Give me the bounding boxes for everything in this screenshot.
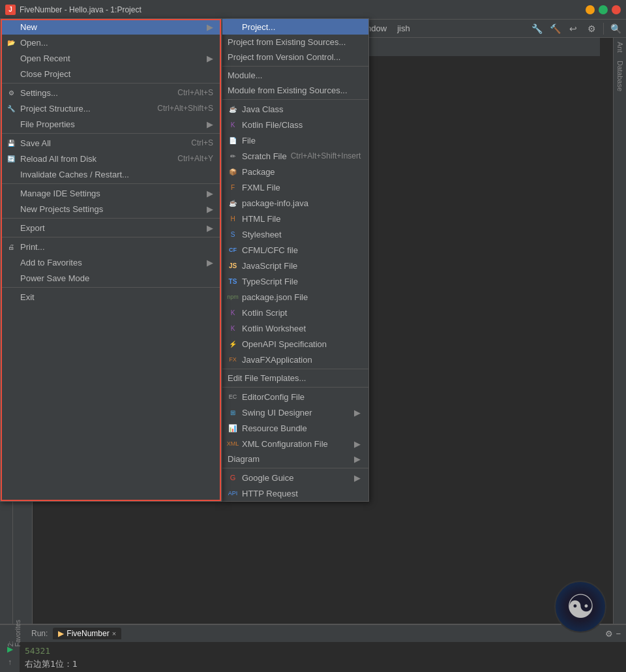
new-project-item[interactable]: Project...	[222, 19, 368, 35]
new-editorconfig[interactable]: EC EditorConfig File	[222, 389, 368, 405]
toolbar-icon-1[interactable]: 🔧	[529, 21, 544, 37]
new-module[interactable]: Module...	[222, 68, 368, 83]
gear-icon[interactable]: ⚙	[605, 629, 613, 639]
menu-help[interactable]: jish	[392, 22, 415, 35]
file-menu-export[interactable]: Export ▶	[1, 220, 221, 236]
new-cfml[interactable]: CF CFML/CFC file	[222, 242, 368, 258]
file-menu-project-structure[interactable]: 🔧 Project Structure... Ctrl+Alt+Shift+S	[1, 100, 221, 116]
output-line-2: 右边第1位：1	[25, 658, 621, 671]
database-tab[interactable]: Database	[615, 57, 625, 95]
javafx-label: JavaFXApplication	[242, 355, 312, 365]
export-arrow: ▶	[207, 223, 213, 233]
manage-ide-icon	[6, 188, 16, 198]
kotlin-class-icon: K	[228, 119, 238, 130]
title-bar: J FiveNumber - Hello.java - 1:Project	[0, 0, 626, 20]
file-menu-exit[interactable]: Exit	[1, 289, 221, 305]
save-shortcut: Ctrl+S	[191, 138, 213, 147]
new-pkg-info[interactable]: ☕ package-info.java	[222, 195, 368, 211]
edit-templates-label: Edit File Templates...	[228, 373, 306, 383]
new-edit-templates[interactable]: Edit File Templates...	[222, 371, 368, 386]
file-menu-reload[interactable]: 🔄 Reload All from Disk Ctrl+Alt+Y	[1, 151, 221, 166]
file-menu-favorites[interactable]: Add to Favorites ▶	[1, 254, 221, 270]
file-menu-print[interactable]: 🖨 Print...	[1, 239, 221, 254]
save-label: Save All	[20, 138, 51, 148]
scratch-shortcut: Ctrl+Alt+Shift+Insert	[291, 151, 361, 160]
new-fxml[interactable]: F FXML File	[222, 179, 368, 195]
new-html[interactable]: H HTML File	[222, 211, 368, 226]
file-menu-close[interactable]: Close Project	[1, 66, 221, 82]
file-menu-new[interactable]: New ▶	[1, 19, 221, 35]
file-menu-manage-ide[interactable]: Manage IDE Settings ▶	[1, 185, 221, 201]
new-kotlin-worksheet[interactable]: K Kotlin Worksheet	[222, 320, 368, 336]
minus-icon[interactable]: −	[616, 629, 621, 639]
new-google-guice[interactable]: G Google Guice ▶	[222, 470, 368, 485]
new-arrow: ▶	[207, 22, 213, 32]
openapi-label: OpenAPI Specification	[242, 339, 327, 349]
favorites-tab[interactable]: 2: Favorites	[5, 620, 23, 647]
pkg-info-icon: ☕	[228, 198, 238, 208]
new-stylesheet[interactable]: S Stylesheet	[222, 226, 368, 242]
toolbar-icon-4[interactable]: ⚙	[584, 21, 599, 37]
proj-struct-icon: 🔧	[6, 103, 16, 114]
bottom-content: ▶ ↑ ■ ↓ 📷 ⇄ ▼ ⬆ ↩ 🖨 🗑 54321 右边第1位：1 右边第2…	[0, 642, 626, 672]
file-menu-file-props[interactable]: File Properties ▶	[1, 116, 221, 132]
file-dropdown: New ▶ 📂 Open... Open Recent ▶ Close Proj…	[0, 18, 222, 502]
ts-icon: TS	[228, 276, 238, 286]
new-package-json[interactable]: npm package.json File	[222, 289, 368, 305]
file-menu-open[interactable]: 📂 Open...	[1, 35, 221, 50]
new-ts[interactable]: TS TypeScript File	[222, 273, 368, 289]
file-menu-save-all[interactable]: 💾 Save All Ctrl+S	[1, 135, 221, 151]
run-label: Run:	[29, 629, 50, 638]
npm-icon: npm	[228, 292, 238, 302]
new-js[interactable]: JS JavaScript File	[222, 258, 368, 273]
file-props-icon	[6, 119, 16, 129]
new-scratch[interactable]: ✏ Scratch File Ctrl+Alt+Shift+Insert	[222, 148, 368, 164]
close-button[interactable]	[612, 5, 621, 14]
new-file[interactable]: 📄 File	[222, 132, 368, 148]
maximize-button[interactable]	[599, 5, 608, 14]
new-openapi[interactable]: ⚡ OpenAPI Specification	[222, 336, 368, 352]
xml-config-icon: XML	[228, 438, 238, 449]
new-java-class[interactable]: ☕ Java Class	[222, 101, 368, 117]
html-label: HTML File	[242, 214, 280, 224]
toolbar-icon-5[interactable]: 🔍	[608, 21, 623, 37]
favorites-icon	[6, 257, 16, 267]
window-controls	[586, 5, 621, 14]
file-menu-power-save[interactable]: Power Save Mode	[1, 270, 221, 286]
swing-icon: ⊞	[228, 407, 238, 418]
file-menu-new-proj-settings[interactable]: New Projects Settings ▶	[1, 201, 221, 217]
ant-tab[interactable]: Ant	[615, 38, 625, 57]
new-package[interactable]: 📦 Package	[222, 164, 368, 179]
scratch-label: Scratch File	[242, 151, 287, 161]
new-xml-config[interactable]: XML XML Configuration File ▶	[222, 436, 368, 451]
new-module-existing[interactable]: Module from Existing Sources...	[222, 83, 368, 98]
guice-icon: G	[228, 472, 238, 483]
close-proj-icon	[6, 69, 16, 79]
new-proj-settings-label: New Projects Settings	[20, 204, 103, 214]
file-menu-settings[interactable]: ⚙ Settings... Ctrl+Alt+S	[1, 85, 221, 100]
js-label: JavaScript File	[242, 261, 297, 271]
toolbar-icon-3[interactable]: ↩	[565, 21, 581, 37]
new-sep-3	[222, 369, 368, 369]
export-icon	[6, 222, 16, 233]
new-proj-settings-arrow: ▶	[207, 204, 213, 214]
run-tab[interactable]: ▶ FiveNumber ×	[53, 628, 121, 639]
power-save-label: Power Save Mode	[20, 273, 89, 283]
run-up-btn[interactable]: ↑	[5, 658, 15, 667]
new-javafx[interactable]: FX JavaFXApplication	[222, 352, 368, 367]
minimize-button[interactable]	[586, 5, 595, 14]
file-menu-invalidate[interactable]: Invalidate Caches / Restart...	[1, 166, 221, 182]
new-http-request[interactable]: API HTTP Request	[222, 485, 368, 501]
invalidate-label: Invalidate Caches / Restart...	[20, 170, 129, 179]
new-resource-bundle[interactable]: 📊 Resource Bundle	[222, 420, 368, 436]
file-menu-recent[interactable]: Open Recent ▶	[1, 50, 221, 66]
new-kotlin-class[interactable]: K Kotlin File/Class	[222, 117, 368, 132]
new-project-vcs[interactable]: Project from Version Control...	[222, 50, 368, 65]
toolbar-icon-2[interactable]: 🔨	[547, 21, 563, 37]
google-guice-label: Google Guice	[242, 473, 294, 483]
exit-icon	[6, 292, 16, 302]
new-project-existing[interactable]: Project from Existing Sources...	[222, 35, 368, 50]
new-diagram[interactable]: Diagram ▶	[222, 451, 368, 466]
new-kotlin-script[interactable]: K Kotlin Script	[222, 305, 368, 320]
new-swing[interactable]: ⊞ Swing UI Designer ▶	[222, 405, 368, 420]
